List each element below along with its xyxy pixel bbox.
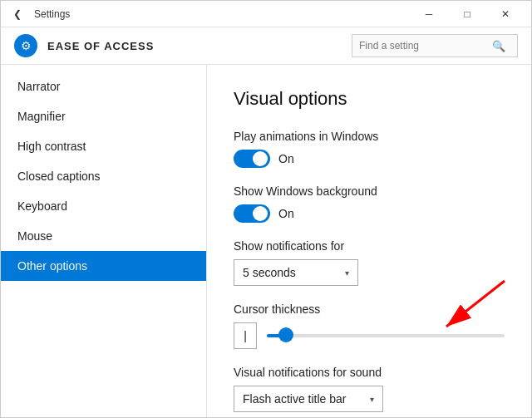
cursor-slider-thumb[interactable]: [278, 327, 293, 342]
title-bar-left: ❮ Settings: [7, 4, 70, 24]
animations-toggle-row: On: [234, 150, 505, 168]
visual-sound-dropdown[interactable]: Flash active title bar ▾: [234, 386, 383, 412]
app-header: ⚙ EASE OF ACCESS 🔍: [1, 27, 531, 65]
cursor-label: Cursor thickness: [234, 302, 505, 316]
search-icon: 🔍: [492, 40, 505, 52]
sidebar-item-closed-captions[interactable]: Closed captions: [1, 161, 206, 191]
visual-sound-label: Visual notifications for sound: [234, 366, 505, 379]
search-box[interactable]: 🔍: [352, 34, 518, 57]
notifications-dropdown[interactable]: 5 seconds ▾: [234, 259, 358, 286]
visual-sound-section: Visual notifications for sound Flash act…: [234, 366, 505, 412]
animations-toggle[interactable]: [234, 150, 270, 168]
page-title: Visual options: [234, 88, 505, 110]
notifications-value: 5 seconds: [243, 266, 296, 279]
visual-sound-value: Flash active title bar: [243, 392, 347, 406]
settings-window: ❮ Settings ─ □ ✕ ⚙ EASE OF ACCESS 🔍 Narr…: [0, 0, 532, 418]
background-label: Show Windows background: [234, 184, 505, 198]
back-button[interactable]: ❮: [7, 4, 27, 24]
app-body: Narrator Magnifier High contrast Closed …: [1, 65, 531, 417]
animations-label: Play animations in Windows: [234, 130, 505, 143]
cursor-slider-track[interactable]: [267, 334, 505, 337]
background-toggle-row: On: [234, 204, 505, 223]
section-title: EASE OF ACCESS: [47, 40, 154, 52]
main-content: Visual options Play animations in Window…: [207, 65, 531, 417]
animations-toggle-label: On: [278, 152, 294, 165]
window-controls: ─ □ ✕: [410, 1, 525, 27]
cursor-section: Cursor thickness |: [234, 302, 505, 349]
visual-sound-dropdown-arrow: ▾: [370, 395, 374, 404]
close-button[interactable]: ✕: [486, 1, 525, 27]
window-title: Settings: [34, 8, 70, 20]
sidebar: Narrator Magnifier High contrast Closed …: [1, 65, 207, 417]
gear-icon: ⚙: [14, 34, 37, 57]
sidebar-item-narrator[interactable]: Narrator: [1, 71, 206, 101]
sidebar-item-magnifier[interactable]: Magnifier: [1, 101, 206, 131]
background-toggle[interactable]: [234, 204, 270, 223]
sidebar-item-high-contrast[interactable]: High contrast: [1, 131, 206, 161]
cursor-row: |: [234, 322, 505, 349]
sidebar-item-other-options[interactable]: Other options: [1, 251, 206, 281]
background-section: Show Windows background On: [234, 184, 505, 223]
maximize-button[interactable]: □: [448, 1, 486, 27]
header-left: ⚙ EASE OF ACCESS: [14, 34, 154, 57]
sidebar-item-keyboard[interactable]: Keyboard: [1, 191, 206, 221]
minimize-button[interactable]: ─: [410, 1, 448, 27]
notifications-dropdown-arrow: ▾: [345, 268, 349, 278]
notifications-label: Show notifications for: [234, 239, 505, 253]
notifications-section: Show notifications for 5 seconds ▾: [234, 239, 505, 286]
animations-section: Play animations in Windows On: [234, 130, 505, 168]
title-bar: ❮ Settings ─ □ ✕: [1, 1, 531, 27]
cursor-preview: |: [234, 322, 257, 349]
search-input[interactable]: [359, 40, 492, 52]
background-toggle-label: On: [278, 207, 294, 220]
sidebar-item-mouse[interactable]: Mouse: [1, 221, 206, 251]
